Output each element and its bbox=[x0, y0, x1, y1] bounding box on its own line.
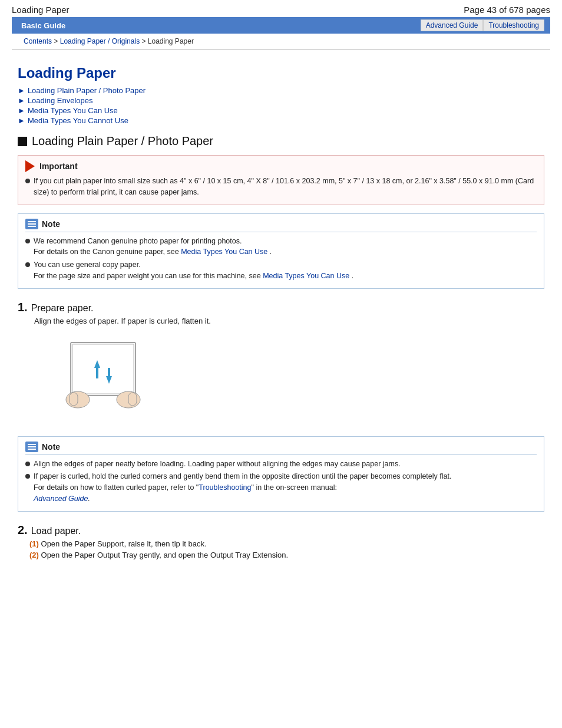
note2-bullet-1-text: Align the edges of paper neatly before l… bbox=[34, 459, 401, 470]
svg-rect-5 bbox=[128, 393, 137, 406]
note-box-2: Note Align the edges of paper neatly bef… bbox=[18, 436, 544, 512]
note-body-2: Align the edges of paper neatly before l… bbox=[25, 459, 537, 505]
sub-step-1-text: Open the Paper Support, raise it, then t… bbox=[41, 539, 207, 548]
step-2-sub-2: (2) Open the Paper Output Tray gently, a… bbox=[29, 551, 544, 559]
step-1-title: Prepare paper. bbox=[31, 303, 94, 314]
note2-bullet-2-link2-italic: Advanced Guide. bbox=[34, 495, 90, 503]
note-header-1: Note bbox=[25, 219, 537, 232]
paper-illustration bbox=[53, 334, 153, 428]
toc-item: ► Media Types You Cannot Use bbox=[18, 116, 544, 125]
note-link-media-can-1[interactable]: Media Types You Can Use bbox=[181, 248, 267, 256]
note-bullet-2-link-suffix: . bbox=[352, 272, 353, 280]
toc-list: ► Loading Plain Paper / Photo Paper ► Lo… bbox=[18, 86, 544, 125]
nav-bar: Basic Guide Advanced Guide Troubleshooti… bbox=[12, 17, 550, 34]
step-2-number: 2. bbox=[18, 523, 28, 537]
note-label-2: Note bbox=[42, 442, 60, 452]
note-icon-line bbox=[28, 446, 36, 447]
section-heading-text: Loading Plain Paper / Photo Paper bbox=[32, 134, 213, 148]
note-icon-2 bbox=[25, 442, 38, 452]
toc-link-plain-paper[interactable]: Loading Plain Paper / Photo Paper bbox=[28, 86, 146, 95]
important-icon bbox=[25, 160, 35, 172]
step-1-desc: Align the edges of paper. If paper is cu… bbox=[34, 317, 544, 325]
note-bullet-2: You can use general copy paper. For the … bbox=[25, 259, 537, 282]
section-heading: Loading Plain Paper / Photo Paper bbox=[18, 134, 544, 148]
important-body: If you cut plain paper into small size s… bbox=[25, 176, 537, 198]
important-label: Important bbox=[39, 162, 78, 171]
toc-item: ► Media Types You Can Use bbox=[18, 106, 544, 115]
step-1: 1. Prepare paper. Align the edges of pap… bbox=[18, 301, 544, 428]
note-header-2: Note bbox=[25, 442, 537, 455]
nav-bar-right: Advanced Guide Troubleshooting bbox=[421, 19, 544, 31]
toc-link-media-cannot[interactable]: Media Types You Cannot Use bbox=[28, 116, 128, 125]
toc-item: ► Loading Plain Paper / Photo Paper bbox=[18, 86, 544, 95]
section-icon bbox=[18, 137, 27, 146]
troubleshooting-link-inline[interactable]: Troubleshooting bbox=[199, 483, 251, 492]
important-bullet: If you cut plain paper into small size s… bbox=[25, 176, 537, 198]
breadcrumb-loading-paper-originals[interactable]: Loading Paper / Originals bbox=[60, 37, 140, 45]
arrow-icon: ► bbox=[18, 116, 25, 125]
toc-link-media-can[interactable]: Media Types You Can Use bbox=[28, 106, 118, 115]
step-2-header: 2. Load paper. bbox=[18, 523, 544, 537]
page-title-header: Loading Paper bbox=[12, 5, 70, 15]
main-content: Loading Paper ► Loading Plain Paper / Ph… bbox=[0, 50, 562, 577]
note-icon-line bbox=[28, 449, 36, 450]
step-2: 2. Load paper. (1) Open the Paper Suppor… bbox=[18, 523, 544, 559]
troubleshooting-link[interactable]: Troubleshooting bbox=[483, 19, 544, 31]
bullet-dot bbox=[25, 462, 30, 466]
svg-rect-1 bbox=[72, 344, 134, 394]
note2-bullet-2-text: If paper is curled, hold the curled corn… bbox=[34, 471, 451, 504]
toc-item: ► Loading Envelopes bbox=[18, 96, 544, 105]
note-bullet-1-main: We recommend Canon genuine photo paper f… bbox=[34, 237, 242, 245]
note2-bullet-2-link2-suffix: . bbox=[88, 495, 90, 503]
important-box: Important If you cut plain paper into sm… bbox=[18, 155, 544, 205]
note2-bullet-2: If paper is curled, hold the curled corn… bbox=[25, 471, 537, 504]
note2-bullet-1: Align the edges of paper neatly before l… bbox=[25, 459, 537, 470]
note-bullet-1-sub: For details on the Canon genuine paper, … bbox=[34, 248, 181, 256]
note-icon-lines bbox=[26, 220, 38, 228]
page-number: Page 43 of 678 pages bbox=[464, 5, 550, 15]
breadcrumb-current: Loading Paper bbox=[148, 37, 194, 45]
note-bullet-2-main: You can use general copy paper. bbox=[34, 261, 141, 269]
step-1-header: 1. Prepare paper. bbox=[18, 301, 544, 314]
breadcrumb: Contents > Loading Paper / Originals > L… bbox=[12, 34, 550, 50]
note2-bullet-2-sub: For details on how to flatten curled pap… bbox=[34, 483, 199, 492]
step-1-number: 1. bbox=[18, 301, 28, 314]
note-bullet-1-link-suffix: . bbox=[270, 248, 272, 256]
bullet-dot bbox=[25, 474, 30, 479]
bullet-dot bbox=[25, 179, 30, 183]
sub-step-2-text: Open the Paper Output Tray gently, and o… bbox=[41, 551, 289, 559]
sub-step-2-num: (2) bbox=[29, 551, 39, 559]
note-icon-line bbox=[28, 226, 36, 227]
toc-link-envelopes[interactable]: Loading Envelopes bbox=[28, 96, 93, 105]
svg-rect-3 bbox=[70, 393, 78, 406]
note-icon bbox=[25, 219, 38, 229]
note-icon-line bbox=[28, 221, 36, 222]
svg-rect-9 bbox=[108, 368, 110, 376]
note-bullet-2-sub: For the page size and paper weight you c… bbox=[34, 272, 263, 280]
note-box-1: Note We recommend Canon genuine photo pa… bbox=[18, 213, 544, 289]
page-header: Loading Paper Page 43 of 678 pages bbox=[0, 0, 562, 17]
breadcrumb-contents[interactable]: Contents bbox=[24, 37, 52, 45]
note-icon-inner bbox=[25, 219, 38, 229]
note-icon-line bbox=[28, 444, 36, 445]
sub-step-1-num: (1) bbox=[29, 539, 39, 548]
note-body-1: We recommend Canon genuine photo paper f… bbox=[25, 236, 537, 282]
bullet-dot bbox=[25, 239, 30, 243]
note-bullet-2-text: You can use general copy paper. For the … bbox=[34, 259, 353, 282]
basic-guide-label: Basic Guide bbox=[18, 20, 69, 31]
advanced-guide-link-inline[interactable]: Advanced Guide bbox=[34, 495, 88, 503]
note-label-1: Note bbox=[42, 219, 60, 229]
important-text: If you cut plain paper into small size s… bbox=[34, 176, 537, 198]
note-link-media-can-2[interactable]: Media Types You Can Use bbox=[263, 272, 349, 280]
advanced-guide-link[interactable]: Advanced Guide bbox=[421, 19, 484, 31]
step-2-sub-1: (1) Open the Paper Support, raise it, th… bbox=[29, 539, 544, 548]
important-header: Important bbox=[25, 160, 537, 172]
note-icon-line bbox=[28, 223, 36, 225]
arrow-icon: ► bbox=[18, 106, 25, 115]
arrow-icon: ► bbox=[18, 96, 25, 105]
svg-rect-7 bbox=[96, 368, 98, 378]
note-bullet-1-text: We recommend Canon genuine photo paper f… bbox=[34, 236, 272, 258]
note-bullet-1: We recommend Canon genuine photo paper f… bbox=[25, 236, 537, 258]
bullet-dot bbox=[25, 262, 30, 267]
note-icon-inner-2 bbox=[25, 442, 38, 452]
